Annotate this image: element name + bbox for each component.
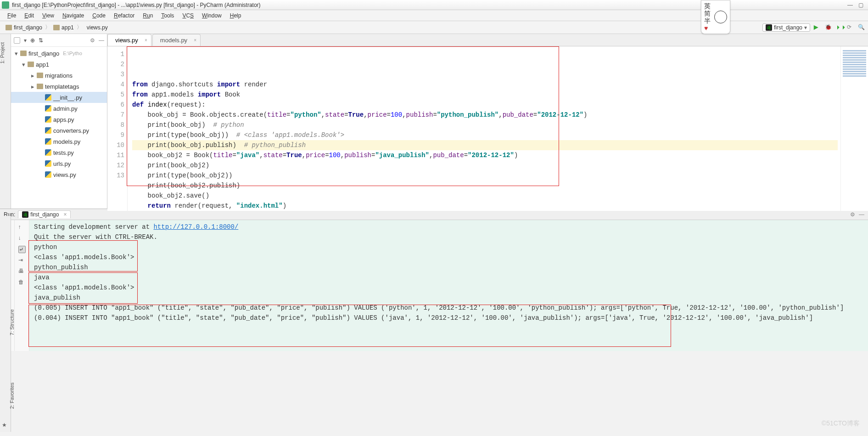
python-file-icon bbox=[45, 160, 51, 167]
django-icon: dj bbox=[22, 211, 28, 218]
menu-tools[interactable]: Tools bbox=[157, 11, 178, 20]
soft-wrap-icon[interactable]: ⤶ bbox=[18, 246, 26, 253]
sidebar-tab-structure[interactable]: 7: Structure bbox=[9, 309, 15, 335]
sidebar-tab-favorites[interactable]: 2: Favorites bbox=[9, 383, 15, 409]
minimize-button[interactable]: — bbox=[847, 2, 853, 8]
tree-item-app1[interactable]: ▾app1 bbox=[11, 59, 107, 70]
trash-icon[interactable]: 🗑 bbox=[18, 279, 26, 286]
left-tool-strip: 1: Project bbox=[0, 34, 11, 209]
folder-icon bbox=[20, 51, 27, 56]
close-icon[interactable]: × bbox=[145, 38, 147, 43]
tree-item-tests.py[interactable]: tests.py bbox=[11, 147, 107, 158]
menu-help[interactable]: Help bbox=[226, 11, 245, 20]
dropdown-icon[interactable]: ▾ bbox=[24, 37, 27, 44]
menu-refactor[interactable]: Refactor bbox=[110, 11, 138, 20]
code-line[interactable]: from app1.models import Book bbox=[132, 90, 838, 100]
code-line[interactable]: print(type(book_obj2)) bbox=[132, 170, 838, 181]
tree-item-models.py[interactable]: models.py bbox=[11, 136, 107, 147]
tree-item-first_django[interactable]: ▾first_djangoE:\Pytho bbox=[11, 48, 107, 59]
python-file-icon bbox=[45, 116, 51, 123]
menu-vcs[interactable]: VCS bbox=[179, 11, 197, 20]
collapse-icon[interactable]: ⇅ bbox=[39, 37, 43, 44]
close-icon[interactable]: × bbox=[194, 38, 196, 43]
console-line: (0.005) INSERT INTO "app1_book" ("title"… bbox=[34, 303, 863, 313]
run-config-selector[interactable]: dj first_django ▾ bbox=[762, 23, 810, 32]
gear-icon[interactable]: ⚙ bbox=[90, 37, 95, 44]
tree-item-apps.py[interactable]: apps.py bbox=[11, 114, 107, 125]
close-icon[interactable]: × bbox=[63, 211, 67, 218]
nav-bar: first_django〉app1〉views.py dj first_djan… bbox=[0, 21, 868, 34]
console-line: python_publish bbox=[34, 262, 863, 272]
code-line[interactable]: return render(request, "index.html") bbox=[132, 201, 838, 211]
maximize-button[interactable]: ▢ bbox=[858, 2, 863, 8]
editor-tab-views.py[interactable]: views.py× bbox=[107, 34, 151, 46]
menu-window[interactable]: Window bbox=[198, 11, 225, 20]
code-line[interactable]: from django.shortcuts import render bbox=[132, 79, 838, 90]
menubar: File Edit View Navigate Code Refactor Ru… bbox=[0, 10, 868, 21]
minimap[interactable] bbox=[840, 46, 868, 211]
console-line: python bbox=[34, 242, 863, 252]
menu-view[interactable]: View bbox=[39, 11, 58, 20]
code-line[interactable]: print(book_obj2) bbox=[132, 160, 838, 170]
hide-icon[interactable]: — bbox=[99, 37, 104, 44]
gear-icon[interactable]: ⚙ bbox=[850, 211, 855, 218]
code-line[interactable]: print(book_obj) # python bbox=[132, 120, 838, 130]
tree-item-urls.py[interactable]: urls.py bbox=[11, 158, 107, 169]
ime-overlay[interactable]: 英 简 半 ♥ bbox=[701, 0, 730, 34]
sidebar-tab-project[interactable]: 1: Project bbox=[0, 47, 5, 64]
hide-icon[interactable]: — bbox=[859, 211, 864, 218]
menu-file[interactable]: File bbox=[4, 11, 20, 20]
code-editor[interactable]: 12345678910111213 from django.shortcuts … bbox=[107, 46, 868, 211]
tree-item-templatetags[interactable]: ▸templatetags bbox=[11, 81, 107, 92]
code-line[interactable]: book_obj2.save() bbox=[132, 191, 838, 201]
code-line[interactable]: book_obj2 = Book(title="java",state=True… bbox=[132, 150, 838, 160]
console-line: java_publish bbox=[34, 293, 863, 303]
tree-item-admin.py[interactable]: admin.py bbox=[11, 103, 107, 114]
project-tree[interactable]: ▾first_djangoE:\Pytho▾app1▸migrations▸te… bbox=[11, 47, 107, 181]
breadcrumb-app1[interactable]: app1 bbox=[50, 23, 77, 32]
run-dashboard-icon[interactable]: ⏵⏵ bbox=[836, 24, 843, 31]
run-gutter-secondary: ↑ ↓ ⤶ ⇥ 🖶 🗑 bbox=[15, 220, 29, 351]
star-icon[interactable]: ★ bbox=[2, 422, 7, 428]
run-tool-window: Run: dj first_django × ⚙ — ↻ 📌 ↑ ↓ ⤶ ⇥ 🖶… bbox=[0, 209, 868, 351]
run-icon[interactable]: ▶ bbox=[814, 24, 821, 31]
menu-code[interactable]: Code bbox=[89, 11, 109, 20]
python-file-icon bbox=[45, 149, 51, 156]
locate-icon[interactable]: ⊕ bbox=[30, 37, 35, 44]
python-file-icon bbox=[45, 127, 51, 134]
code-line[interactable]: print(book_obj2.publish) bbox=[132, 181, 838, 191]
print-icon[interactable]: 🖶 bbox=[18, 268, 26, 275]
update-icon[interactable]: ⟳ bbox=[847, 24, 854, 31]
down-icon[interactable]: ↓ bbox=[18, 235, 26, 242]
breadcrumb-views.py[interactable]: views.py bbox=[82, 23, 111, 32]
console-output[interactable]: Starting development server at http://12… bbox=[29, 220, 868, 351]
tree-item-views.py[interactable]: views.py bbox=[11, 169, 107, 180]
server-url-link[interactable]: http://127.0.0.1:8000/ bbox=[153, 223, 238, 231]
breadcrumb-first_django[interactable]: first_django bbox=[3, 23, 45, 32]
menu-navigate[interactable]: Navigate bbox=[59, 11, 88, 20]
debug-icon[interactable]: 🐞 bbox=[825, 24, 832, 31]
django-icon: dj bbox=[766, 24, 772, 31]
console-line: Quit the server with CTRL-BREAK. bbox=[34, 232, 863, 242]
editor-gutter: 12345678910111213 bbox=[107, 46, 128, 211]
editor-tab-models.py[interactable]: models.py× bbox=[152, 34, 201, 46]
scroll-icon[interactable]: ⇥ bbox=[18, 257, 26, 264]
up-icon[interactable]: ↑ bbox=[18, 224, 26, 231]
tree-item-__init__.py[interactable]: __init__.py bbox=[11, 92, 107, 103]
title-bar: first_django [E:\PythonProject\first_dja… bbox=[0, 0, 868, 10]
search-icon[interactable]: 🔍 bbox=[858, 24, 865, 31]
tree-item-migrations[interactable]: ▸migrations bbox=[11, 70, 107, 81]
run-tab[interactable]: dj first_django × bbox=[18, 210, 71, 218]
expand-all-icon[interactable] bbox=[14, 37, 20, 44]
code-line[interactable]: print(type(book_obj)) # <class 'app1.mod… bbox=[132, 130, 838, 140]
tree-item-converters.py[interactable]: converters.py bbox=[11, 125, 107, 136]
project-panel: ▾ ⊕ ⇅ ⚙ — ▾first_djangoE:\Pytho▾app1▸mig… bbox=[11, 34, 107, 209]
console-line: java bbox=[34, 272, 863, 283]
code-line[interactable]: def index(request): bbox=[132, 100, 838, 110]
chevron-down-icon: ▾ bbox=[804, 24, 807, 31]
menu-edit[interactable]: Edit bbox=[21, 11, 38, 20]
run-config-label: first_django bbox=[774, 24, 802, 31]
code-line[interactable]: print(book_obj.publish) # python_publish bbox=[132, 140, 838, 150]
menu-run[interactable]: Run bbox=[139, 11, 157, 20]
code-line[interactable]: book_obj = Book.objects.create(title="py… bbox=[132, 110, 838, 120]
